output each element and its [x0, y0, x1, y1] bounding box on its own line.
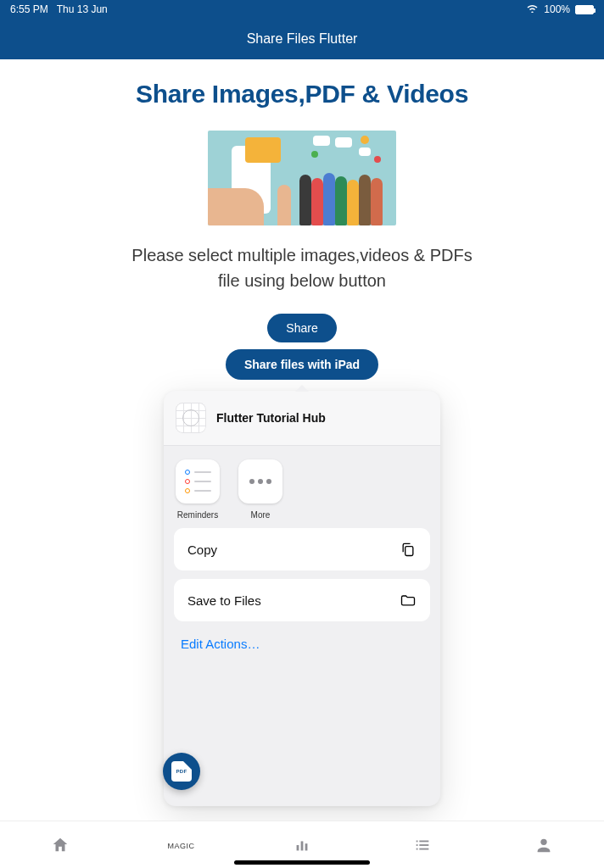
pdf-icon: PDF — [171, 761, 192, 782]
share-app-label: More — [251, 510, 271, 520]
share-sheet-header: Flutter Tutorial Hub — [164, 391, 440, 446]
action-label: Copy — [187, 542, 217, 557]
page-heading: Share Images,PDF & Videos — [0, 80, 604, 108]
share-sheet: Flutter Tutorial Hub Reminders — [164, 391, 440, 806]
list-icon — [413, 836, 432, 854]
chart-icon — [293, 836, 311, 854]
status-time: 6:55 PM — [10, 3, 48, 15]
popover-arrow-icon — [295, 385, 309, 392]
nav-profile[interactable] — [484, 836, 604, 854]
folder-icon — [400, 592, 417, 609]
app-title: Share Files Flutter — [247, 31, 358, 47]
edit-actions-link[interactable]: Edit Actions… — [164, 632, 440, 656]
action-save-to-files[interactable]: Save to Files — [174, 579, 430, 621]
reminders-icon — [176, 459, 220, 504]
copy-icon — [400, 541, 417, 558]
svg-rect-7 — [420, 844, 429, 846]
battery-icon — [575, 5, 594, 14]
svg-rect-4 — [417, 840, 418, 842]
svg-rect-9 — [420, 848, 429, 849]
svg-rect-8 — [417, 848, 418, 849]
app-bar: Share Files Flutter — [0, 19, 604, 59]
pdf-fab[interactable]: PDF — [163, 753, 200, 790]
share-source-title: Flutter Tutorial Hub — [216, 411, 326, 425]
svg-rect-5 — [420, 840, 429, 842]
wifi-icon — [526, 3, 539, 15]
person-icon — [534, 836, 553, 854]
share-button[interactable]: Share — [267, 314, 336, 342]
svg-point-10 — [540, 838, 546, 844]
share-target-more[interactable]: More — [237, 459, 284, 520]
pdf-label: PDF — [176, 769, 187, 774]
action-label: Save to Files — [187, 593, 261, 608]
battery-percentage: 100% — [544, 3, 570, 15]
status-bar: 6:55 PM Thu 13 Jun 100% — [0, 0, 604, 19]
nav-label: MAGIC — [168, 842, 195, 850]
nav-home[interactable] — [0, 836, 120, 854]
svg-rect-2 — [301, 841, 304, 850]
nav-chart[interactable] — [242, 836, 362, 854]
share-target-reminders[interactable]: Reminders — [174, 459, 221, 520]
nav-list[interactable] — [362, 836, 483, 854]
action-copy[interactable]: Copy — [174, 528, 430, 570]
more-icon — [238, 459, 282, 504]
svg-rect-6 — [417, 844, 418, 846]
svg-rect-3 — [305, 843, 308, 850]
hero-illustration — [208, 131, 396, 225]
status-date: Thu 13 Jun — [57, 3, 108, 15]
svg-rect-1 — [297, 845, 299, 850]
share-apps-row: Reminders More — [164, 446, 440, 528]
home-icon — [51, 836, 70, 854]
share-app-label: Reminders — [177, 510, 218, 520]
source-app-icon — [176, 403, 206, 433]
nav-magic[interactable]: MAGIC — [120, 840, 241, 850]
share-with-ipad-button[interactable]: Share files with iPad — [226, 349, 378, 380]
svg-rect-0 — [405, 547, 413, 556]
instruction-text: Please select multiple images,videos & P… — [124, 242, 480, 293]
home-indicator[interactable] — [234, 860, 370, 865]
